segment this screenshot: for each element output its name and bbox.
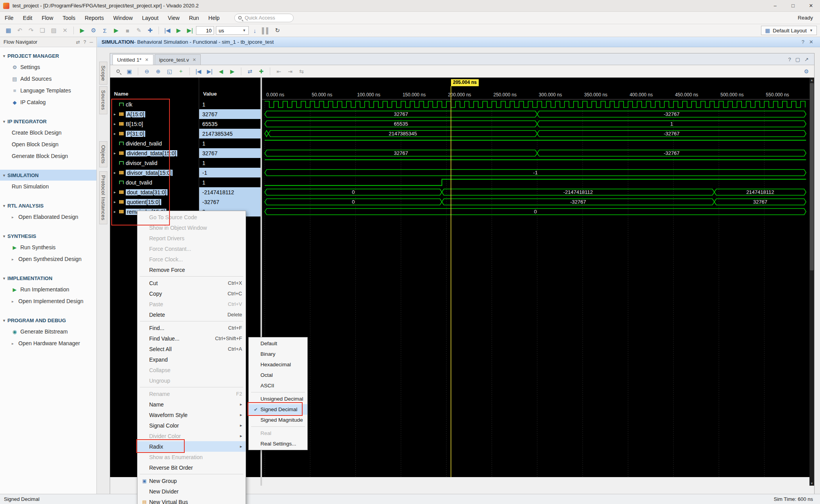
restart-sim-icon[interactable]: |◀ — [162, 26, 173, 35]
run-for-icon[interactable]: ▶| — [185, 26, 195, 35]
flownav-item-open-block-design[interactable]: Open Block Design — [0, 138, 96, 150]
menu-item-remove-force[interactable]: Remove Force — [137, 264, 246, 275]
sum-icon[interactable]: Σ — [100, 26, 110, 35]
radix-option-real-settings[interactable]: Real Settings... — [249, 438, 307, 449]
scroll-down-icon[interactable]: ▼ — [809, 481, 814, 486]
flownav-section-simulation[interactable]: ▾SIMULATION — [0, 170, 96, 181]
menu-item-select-all[interactable]: Select AllCtrl+A — [137, 344, 246, 354]
signal-name-row[interactable]: ▸P[31:0] — [110, 129, 199, 138]
help-icon[interactable]: ? — [802, 39, 804, 45]
flownav-item-open-elaborated-design[interactable]: ▸Open Elaborated Design — [0, 211, 96, 223]
previous-transition-icon[interactable]: ◀ — [216, 67, 226, 76]
help-icon[interactable]: ? — [788, 57, 791, 62]
flownav-item-language-templates[interactable]: ≡Language Templates — [0, 85, 96, 96]
tab-objects[interactable]: Objects — [99, 141, 107, 168]
zoom-fit-icon[interactable]: ◱ — [164, 67, 175, 76]
signal-name-row[interactable]: dividend_tvalid — [110, 138, 199, 148]
menu-file[interactable]: File — [0, 13, 18, 23]
flownav-item-generate-bitstream[interactable]: ◉Generate Bitstream — [0, 326, 96, 337]
scroll-up-icon[interactable]: ▲ — [809, 78, 814, 82]
signal-name-row[interactable]: clk — [110, 99, 199, 109]
radix-option-ascii[interactable]: ASCII — [249, 380, 307, 391]
tab-protocol-instances[interactable]: Protocol Instances — [99, 171, 107, 224]
flownav-section-implementation[interactable]: ▾IMPLEMENTATION — [0, 273, 96, 284]
flownav-item-open-hardware-manager[interactable]: ▸Open Hardware Manager — [0, 337, 96, 349]
zoom-out-icon[interactable]: ⊖ — [142, 67, 152, 76]
radix-option-octal[interactable]: Octal — [249, 370, 307, 380]
flownav-item-open-synthesized-design[interactable]: ▸Open Synthesized Design — [0, 253, 96, 265]
menu-layout[interactable]: Layout — [137, 13, 163, 23]
flownav-section-project-manager[interactable]: ▾PROJECT MANAGER — [0, 50, 96, 61]
radix-option-hexadecimal[interactable]: Hexadecimal — [249, 359, 307, 370]
menu-item-copy[interactable]: CopyCtrl+C — [137, 288, 246, 299]
flownav-item-run-simulation[interactable]: Run Simulation — [0, 181, 96, 192]
run-time-input[interactable] — [196, 26, 214, 35]
menu-item-new-virtual-bus[interactable]: ▤New Virtual Bus — [137, 497, 246, 504]
run-small-icon[interactable]: ▶ — [111, 26, 121, 35]
layout-select[interactable]: ▦ Default Layout ▼ — [761, 26, 817, 35]
menu-item-name[interactable]: Name▸ — [137, 399, 246, 410]
signal-name-row[interactable]: ▸B[15:0] — [110, 119, 199, 129]
radix-option-default[interactable]: Default — [249, 338, 307, 349]
cursor-time-label[interactable]: 205.004 ns — [451, 79, 479, 86]
close-icon[interactable]: ✕ — [145, 57, 148, 62]
menu-item-waveform-style[interactable]: Waveform Style▸ — [137, 410, 246, 420]
menu-item-new-divider[interactable]: New Divider — [137, 486, 246, 497]
tab-sources[interactable]: Sources — [99, 86, 107, 114]
menu-edit[interactable]: Edit — [18, 13, 37, 23]
swap-cursors-icon[interactable]: ⇄ — [245, 67, 255, 76]
flownav-item-ip-catalog[interactable]: ◆IP Catalog — [0, 96, 96, 108]
go-to-start-icon[interactable]: |◀ — [193, 67, 203, 76]
step-icon[interactable]: ↓ — [250, 26, 260, 35]
flownav-item-open-implemented-design[interactable]: ▸Open Implemented Design — [0, 295, 96, 307]
vertical-scrollbar[interactable]: ▲ ▼ — [809, 78, 814, 486]
flownav-section-ip-integrator[interactable]: ▾IP INTEGRATOR — [0, 116, 96, 127]
radix-option-unsigned-decimal[interactable]: Unsigned Decimal — [249, 394, 307, 404]
probe-icon[interactable]: ✚ — [145, 26, 155, 35]
open-project-icon[interactable]: ▦ — [3, 26, 14, 35]
flownav-item-create-block-design[interactable]: Create Block Design — [0, 127, 96, 138]
menu-item-find-value[interactable]: Find Value...Ctrl+Shift+F — [137, 333, 246, 344]
settings-gear-icon[interactable]: ⚙ — [88, 26, 99, 35]
flownav-item-run-implementation[interactable]: ▶Run Implementation — [0, 284, 96, 295]
menu-help[interactable]: Help — [204, 13, 225, 23]
signal-name-row[interactable]: ▸dividend_tdata[15:0] — [110, 148, 199, 158]
menu-view[interactable]: View — [163, 13, 184, 23]
run-all-icon[interactable]: ▶ — [173, 26, 184, 35]
scrollbar-thumb[interactable] — [810, 83, 814, 270]
menu-item-radix[interactable]: Radix▸ — [137, 441, 246, 452]
flownav-item-run-synthesis[interactable]: ▶Run Synthesis — [0, 241, 96, 253]
quick-access-search[interactable]: Quick Access — [234, 14, 294, 22]
radix-option-binary[interactable]: Binary — [249, 349, 307, 359]
time-unit-select[interactable]: us ▼ — [216, 26, 249, 35]
menu-item-cut[interactable]: CutCtrl+X — [137, 278, 246, 288]
flownav-section-program-and-debug[interactable]: ▾PROGRAM AND DEBUG — [0, 315, 96, 326]
find-icon[interactable] — [113, 67, 123, 76]
save-waveform-icon[interactable]: ▣ — [124, 67, 134, 76]
waveform-settings-gear-icon[interactable]: ⚙ — [801, 67, 811, 76]
menu-item-signal-color[interactable]: Signal Color▸ — [137, 420, 246, 431]
run-icon[interactable]: ▶ — [77, 26, 87, 35]
signal-name-row[interactable]: ▸divisor_tdata[15:0] — [110, 168, 199, 177]
toggle-icon[interactable]: ⇄ — [76, 39, 80, 45]
flownav-section-synthesis[interactable]: ▾SYNTHESIS — [0, 231, 96, 241]
next-transition-icon[interactable]: ▶ — [227, 67, 237, 76]
menu-reports[interactable]: Reports — [80, 13, 109, 23]
zoom-in-icon[interactable]: ⊕ — [153, 67, 163, 76]
signal-name-row[interactable]: dout_tvalid — [110, 177, 199, 187]
maximize-button[interactable]: □ — [784, 0, 802, 11]
menu-flow[interactable]: Flow — [37, 13, 58, 23]
menu-item-expand[interactable]: Expand — [137, 354, 246, 365]
add-cursor-icon[interactable]: ✚ — [256, 67, 266, 76]
menu-item-delete[interactable]: DeleteDelete — [137, 309, 246, 320]
menu-item-find[interactable]: Find...Ctrl+F — [137, 323, 246, 333]
menu-tools[interactable]: Tools — [58, 13, 80, 23]
signal-name-row[interactable]: divisor_tvalid — [110, 158, 199, 168]
signal-name-row[interactable]: ▸dout_tdata[31:0] — [110, 187, 199, 197]
maximize-icon[interactable]: ↗ — [804, 57, 809, 62]
menu-item-new-group[interactable]: ▣New Group — [137, 476, 246, 486]
radix-option-signed-magnitude[interactable]: Signed Magnitude — [249, 415, 307, 425]
signal-name-row[interactable]: ▸A[15:0] — [110, 109, 199, 119]
float-icon[interactable]: ▢ — [795, 57, 800, 62]
zoom-to-cursor-icon[interactable]: ＋ — [176, 67, 186, 76]
